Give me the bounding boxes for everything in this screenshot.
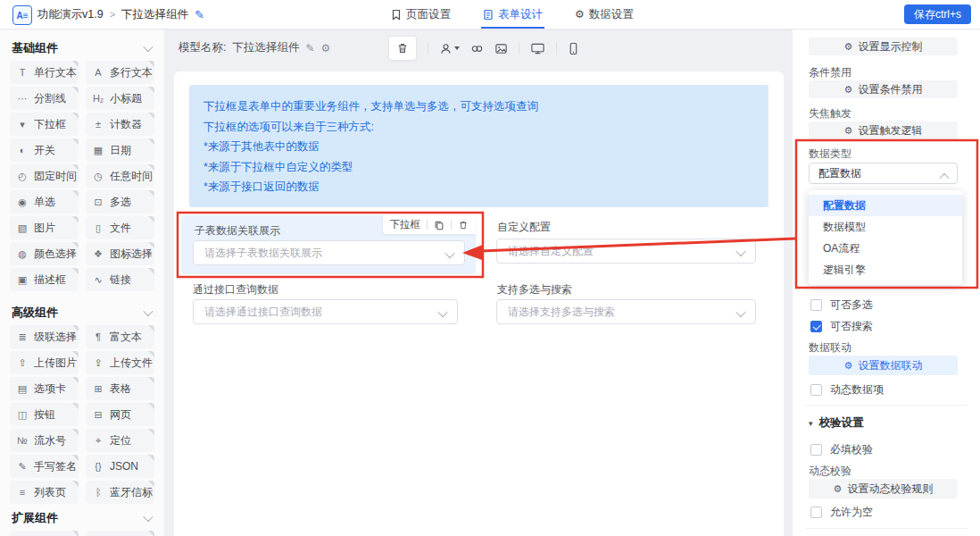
component-label: 网页 [110,407,131,423]
desktop-view-button[interactable] [530,42,545,55]
save-button[interactable]: 保存ctrl+s [904,4,971,24]
component-card-partial[interactable] [86,531,154,536]
component-any-time[interactable]: ◷任意时间 [86,164,154,188]
component-switch[interactable]: ◐开关 [10,138,79,162]
dropdown-option-配置数据[interactable]: 配置数据 [809,195,962,216]
component-upload-file[interactable]: ⇪上传文件 [86,351,154,374]
component-webpage[interactable]: ⊟网页 [86,403,154,426]
field-select-api-query[interactable]: 请选择通过接口查询数据 [193,299,458,324]
component-card-partial[interactable] [10,531,79,536]
field-select-multi-search[interactable]: 请选择支持多选与搜索 [496,299,756,324]
component-cascade-select[interactable]: ≣级联选择 [10,325,79,348]
tab-page-settings[interactable]: 页面设置 [391,0,451,29]
app-logo-icon[interactable]: A≡ [12,5,32,25]
mobile-view-button[interactable] [568,42,579,55]
dropdown-option-OA流程[interactable]: OA流程 [809,238,962,259]
info-line: 下拉框的选项可以来自于三种方式: [203,117,754,138]
component-counter[interactable]: ±计数器 [86,113,154,136]
component-file[interactable]: ▯文件 [86,216,154,239]
any-time-icon: ◷ [92,171,104,182]
field-select-linked-display[interactable]: 请选择子表数据关联展示 [193,240,465,265]
breadcrumb-app[interactable]: 功能演示v1.9 [37,7,104,22]
data-type-select[interactable]: 配置数据 [809,163,958,184]
checkbox-unchecked[interactable] [810,384,822,396]
component-select[interactable]: ▾下拉框 [10,113,79,136]
component-type-badge: 下拉框 [383,215,477,234]
component-single-line-text[interactable]: T单行文本 [10,61,79,84]
checkbox-unchecked[interactable] [810,299,822,311]
section-title: 扩展组件 [12,510,58,526]
checkbox-row-allow-empty[interactable]: 允许为空 [810,505,873,520]
component-table[interactable]: ⊞表格 [86,377,154,400]
component-list-page[interactable]: ≡列表页 [10,481,79,504]
trash-icon[interactable] [458,220,469,230]
component-label: 级联选择 [34,330,77,345]
component-upload-image[interactable]: ⇧上传图片 [10,351,79,374]
component-checkbox[interactable]: ⊡多选 [86,190,154,214]
component-image[interactable]: ▧图片 [10,216,79,239]
model-settings-icon[interactable]: ⚙ [321,42,331,54]
component-label: 流水号 [34,433,66,448]
canvas-toolbar [388,36,579,61]
component-location[interactable]: ⌖定位 [86,429,154,452]
edit-title-icon[interactable]: ✎ [195,8,204,21]
component-json[interactable]: {}JSON [86,455,154,478]
component-description[interactable]: ▣描述框 [10,268,79,291]
checkbox-row-multi[interactable]: 可否多选 [810,297,873,313]
dynamic-validation-button[interactable]: ⚙ 设置动态校验规则 [809,479,958,498]
component-palette: 基础组件T单行文本A多行文本⋯分割线H₂小标题▾下拉框±计数器◐开关▦日期◴固定… [0,41,164,536]
condition-disable-button[interactable]: ⚙ 设置条件禁用 [809,80,958,98]
data-type-label: 数据类型 [809,147,851,162]
checkbox-row-dynamic-items[interactable]: 动态数据项 [810,382,884,398]
field-label: 支持多选与搜索 [497,282,572,297]
checkbox-row-search[interactable]: 可否搜索 [810,319,873,334]
checkbox-checked[interactable] [810,321,822,332]
dropdown-option-逻辑引擎[interactable]: 逻辑引擎 [809,259,962,281]
copy-icon[interactable] [434,220,444,230]
palette-section-header[interactable]: 扩展组件 [0,511,164,525]
component-radio[interactable]: ◉单选 [10,190,79,214]
component-tab-card[interactable]: ▤选项卡 [10,377,79,400]
button-label: 设置显示控制 [858,39,922,54]
preview-as-user-button[interactable] [439,42,460,55]
multi-line-text-icon: A [92,67,104,78]
component-multi-line-text[interactable]: A多行文本 [86,61,154,84]
tab-data-settings[interactable]: ⚙ 数据设置 [575,0,634,29]
component-rich-text[interactable]: ¶富文本 [86,325,154,348]
dropdown-option-数据模型[interactable]: 数据模型 [809,216,962,238]
tab-label: 表单设计 [498,7,543,22]
component-bluetooth[interactable]: ᛒ蓝牙信标 [86,481,154,504]
component-link[interactable]: ∿链接 [86,268,154,291]
component-date[interactable]: ▦日期 [86,138,154,162]
dynamic-validation-label: 动态校验 [809,464,851,479]
edit-model-name-icon[interactable]: ✎ [305,42,314,54]
checkbox-unchecked[interactable] [810,444,822,456]
component-icon-picker[interactable]: ❖图标选择 [86,242,154,265]
palette-section-header[interactable]: 高级组件 [0,306,164,320]
component-color-picker[interactable]: ◍颜色选择 [10,242,79,265]
component-signature[interactable]: ✎手写签名 [10,455,79,478]
gear-icon: ⚙ [575,8,585,21]
component-serial-number[interactable]: №流水号 [10,429,79,452]
link-share-button[interactable] [470,42,484,55]
palette-section-header[interactable]: 基础组件 [0,41,164,55]
palette-section: 高级组件≣级联选择¶富文本⇧上传图片⇪上传文件▤选项卡⊞表格◫按钮⊟网页№流水号… [0,306,164,504]
component-button[interactable]: ◫按钮 [10,403,79,426]
component-subtitle[interactable]: H₂小标题 [86,87,154,110]
field-select-custom-config[interactable]: 请选择自定义配置 [496,239,756,264]
blur-trigger-button[interactable]: ⚙ 设置触发逻辑 [809,121,958,139]
checkbox-unchecked[interactable] [810,507,822,518]
validation-section-header[interactable]: ▾ 校验设置 [809,415,864,431]
data-linkage-button[interactable]: ⚙ 设置数据联动 [809,356,958,375]
checkbox-row-required[interactable]: 必填校验 [810,442,873,457]
component-fixed-time[interactable]: ◴固定时间 [10,164,79,188]
image-export-button[interactable] [494,42,508,55]
palette-section: 基础组件T单行文本A多行文本⋯分割线H₂小标题▾下拉框±计数器◐开关▦日期◴固定… [0,41,164,291]
selected-field-block[interactable]: 下拉框 子表数据关联展示 请选择子表数据关联展示 [181,215,476,274]
breadcrumb-separator: > [110,9,115,20]
delete-component-button[interactable] [388,36,417,61]
display-control-button[interactable]: ⚙ 设置显示控制 [809,38,958,55]
component-divider-line[interactable]: ⋯分割线 [10,87,79,110]
checkbox-icon: ⊡ [92,197,104,208]
tab-form-design[interactable]: 表单设计 [483,0,543,29]
